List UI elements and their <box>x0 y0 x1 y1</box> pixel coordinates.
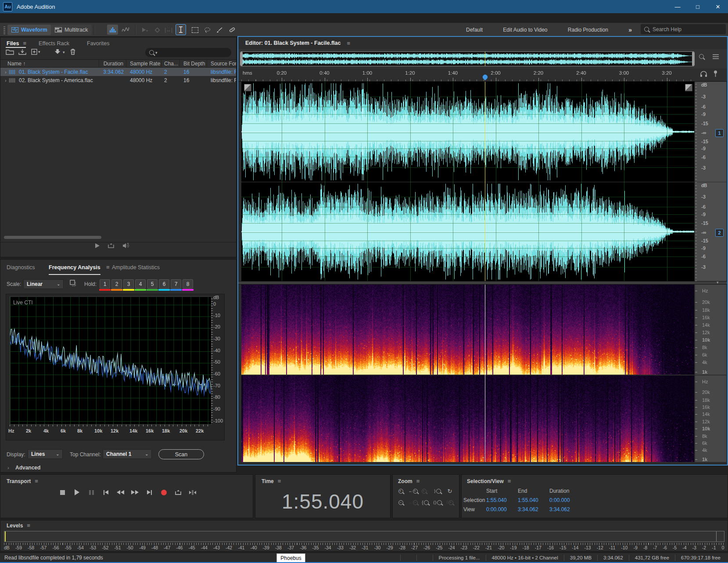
zoom-amplitude-reset-icon[interactable]: Ī <box>445 498 455 506</box>
zoom-out-point-icon[interactable]: ⟨⟩ <box>432 498 443 506</box>
new-content-icon[interactable]: ▾ <box>31 49 40 55</box>
time-menu-icon[interactable]: ≡ <box>278 478 281 484</box>
expand-chevron-icon[interactable]: › <box>5 78 7 83</box>
tab-amplitude-statistics[interactable]: Amplitude Statistics <box>112 264 160 271</box>
spectral-display[interactable] <box>241 285 694 462</box>
loop-playback-button[interactable] <box>172 488 184 497</box>
tab-frequency-analysis[interactable]: Frequency Analysis <box>49 264 100 271</box>
column-name[interactable]: Name ↑ <box>0 60 99 67</box>
channel-1-badge[interactable]: 1 <box>715 129 724 137</box>
view-start-value[interactable]: 0:00.000 <box>486 506 518 512</box>
zoom-menu-icon[interactable]: ≡ <box>416 478 420 484</box>
navigator-right-handle[interactable] <box>692 52 694 66</box>
timeline-ruler[interactable]: hms 0:200:401:001:201:402:002:202:403:00… <box>238 69 727 82</box>
view-end-value[interactable]: 3:34.062 <box>518 506 549 512</box>
column-channels[interactable]: Cha... <box>161 60 180 67</box>
column-duration[interactable]: Duration <box>99 60 126 67</box>
expand-chevron-icon[interactable]: › <box>5 69 7 75</box>
tab-files[interactable]: Files <box>7 40 19 47</box>
zoom-in-point-icon[interactable]: { <box>420 498 430 506</box>
advanced-chevron-icon[interactable]: › <box>7 465 9 470</box>
open-file-icon[interactable] <box>6 49 14 55</box>
tab-effects-rack[interactable]: Effects Rack <box>39 40 69 47</box>
top-channel-dropdown[interactable]: Channel 1⌄ <box>103 449 152 459</box>
zoom-to-selection-icon[interactable]: ⟩ <box>432 487 443 495</box>
zoom-out-time-icon[interactable]: ↔ <box>408 498 418 506</box>
search-help-input[interactable]: Search Help <box>641 24 726 34</box>
minimize-button[interactable]: — <box>667 0 688 13</box>
hold-button-6[interactable]: 6 <box>159 279 169 289</box>
frequency-graph[interactable]: Live CTI dB0-10-20-30-40-50-60-70-80-90-… <box>6 294 225 440</box>
save-file-icon[interactable]: ▾ <box>54 49 65 55</box>
hold-button-1[interactable]: 1 <box>100 279 110 289</box>
marquee-selection-tool-icon[interactable] <box>190 25 200 34</box>
display-dropdown[interactable]: Lines⌄ <box>28 449 63 459</box>
waveform-spectral-splitter[interactable]: ▾ <box>238 281 727 285</box>
zoom-out-icon[interactable] <box>395 498 406 506</box>
skip-to-start-button[interactable] <box>100 488 111 497</box>
move-tool-icon[interactable] <box>140 25 150 34</box>
selection-start-value[interactable]: 1:55.040 <box>486 497 518 503</box>
hold-button-3[interactable]: 3 <box>123 279 134 289</box>
monitor-headphones-icon[interactable] <box>700 71 707 77</box>
waveform-corner-handle-right[interactable] <box>685 84 692 91</box>
waveform-corner-handle-left[interactable] <box>244 84 251 91</box>
time-selection-range-icon[interactable]: |↔| <box>163 25 174 34</box>
zoom-in-icon[interactable] <box>395 487 406 495</box>
skip-to-end-button[interactable] <box>143 488 155 497</box>
horizontal-scrollbar[interactable] <box>4 236 101 239</box>
channel-2-badge[interactable]: 2 <box>715 229 724 237</box>
workspace-overflow-chevron[interactable]: » <box>628 26 632 33</box>
scale-dropdown[interactable]: Linear⌄ <box>23 279 64 289</box>
file-row[interactable]: › 01. Black System - Facile.flac 3:34.06… <box>0 68 236 76</box>
razor-tool-icon[interactable] <box>152 25 162 34</box>
stop-button[interactable] <box>57 488 68 497</box>
splitter-caret-icon[interactable]: ▾ <box>717 280 719 285</box>
navigator-strip[interactable] <box>240 51 695 66</box>
levels-menu-icon[interactable]: ≡ <box>27 522 30 529</box>
hold-button-8[interactable]: 8 <box>183 279 193 289</box>
column-bit-depth[interactable]: Bit Depth <box>180 60 207 67</box>
tab-diagnostics[interactable]: Diagnostics <box>7 264 35 271</box>
editor-menu-icon[interactable]: ≡ <box>347 40 350 47</box>
frequency-analysis-menu-icon[interactable]: ≡ <box>106 264 110 271</box>
spot-healing-brush-icon[interactable] <box>226 25 237 34</box>
spectrogram-channel-1[interactable] <box>241 285 694 375</box>
trash-icon[interactable] <box>70 48 76 55</box>
rewind-button[interactable] <box>115 488 126 497</box>
advanced-section-label[interactable]: Advanced <box>15 465 40 471</box>
hold-button-2[interactable]: 2 <box>111 279 122 289</box>
skip-selection-button[interactable] <box>187 488 198 497</box>
waveform-view-button[interactable]: Waveform <box>7 25 51 35</box>
time-display[interactable]: 1:55.040 <box>255 490 390 513</box>
time-selection-tool-button[interactable] <box>176 24 186 35</box>
record-button[interactable] <box>158 488 169 497</box>
frequency-plot-canvas[interactable] <box>10 296 212 425</box>
show-waveform-display-button[interactable] <box>107 25 118 35</box>
auto-play-speaker-icon[interactable] <box>122 243 129 249</box>
loop-playback-icon[interactable] <box>108 243 115 249</box>
files-search-input[interactable]: ▾ <box>145 48 231 57</box>
zoom-in-time-icon[interactable]: ↔ <box>408 487 418 495</box>
hold-button-7[interactable]: 7 <box>171 279 181 289</box>
workspace-radio-production[interactable]: Radio Production <box>568 27 608 33</box>
column-source-format[interactable]: Source Forma <box>207 60 236 67</box>
preview-play-icon[interactable] <box>95 243 100 249</box>
import-file-icon[interactable] <box>18 49 27 55</box>
zoom-in-amplitude-icon[interactable]: ↕ <box>420 487 430 495</box>
multitrack-view-button[interactable]: Multitrack <box>51 25 92 35</box>
view-duration-value[interactable]: 3:34.062 <box>549 506 584 512</box>
pause-button[interactable] <box>86 488 97 497</box>
tab-favorites[interactable]: Favorites <box>87 40 109 47</box>
waveform-display[interactable] <box>241 82 694 281</box>
paintbrush-selection-tool-icon[interactable] <box>214 25 225 34</box>
levels-meter[interactable] <box>4 531 724 542</box>
workspace-default[interactable]: Default <box>466 27 483 33</box>
hold-button-5[interactable]: 5 <box>147 279 158 289</box>
navigator-left-handle[interactable] <box>240 52 243 66</box>
maximize-button[interactable]: □ <box>688 0 708 13</box>
play-button[interactable] <box>71 488 82 497</box>
lasso-selection-tool-icon[interactable] <box>202 25 212 34</box>
playhead-line[interactable] <box>485 82 485 281</box>
spectral-playhead-line[interactable] <box>485 285 485 462</box>
